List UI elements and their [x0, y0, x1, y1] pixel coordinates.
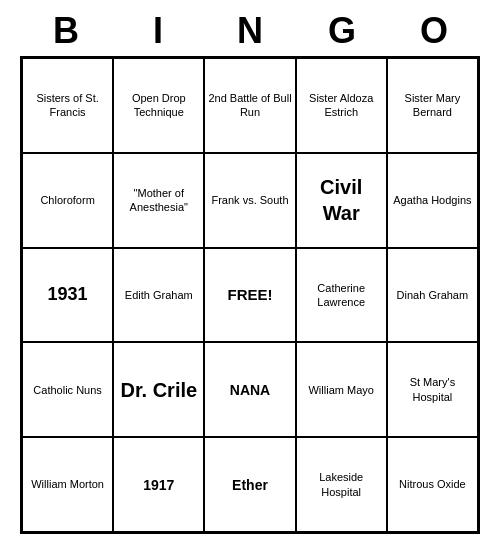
title-i: I [116, 10, 200, 52]
bingo-grid: Sisters of St. FrancisOpen Drop Techniqu… [20, 56, 480, 534]
bingo-cell-24: Nitrous Oxide [387, 437, 478, 532]
bingo-cell-4: Sister Mary Bernard [387, 58, 478, 153]
bingo-cell-19: St Mary's Hospital [387, 342, 478, 437]
bingo-title: B I N G O [20, 10, 480, 52]
bingo-cell-3: Sister Aldoza Estrich [296, 58, 387, 153]
bingo-cell-6: "Mother of Anesthesia" [113, 153, 204, 248]
bingo-cell-22: Ether [204, 437, 295, 532]
bingo-cell-2: 2nd Battle of Bull Run [204, 58, 295, 153]
title-o: O [392, 10, 476, 52]
bingo-cell-17: NANA [204, 342, 295, 437]
bingo-cell-7: Frank vs. South [204, 153, 295, 248]
bingo-cell-23: Lakeside Hospital [296, 437, 387, 532]
bingo-cell-1: Open Drop Technique [113, 58, 204, 153]
bingo-cell-18: William Mayo [296, 342, 387, 437]
bingo-cell-21: 1917 [113, 437, 204, 532]
title-n: N [208, 10, 292, 52]
bingo-cell-11: Edith Graham [113, 248, 204, 343]
bingo-cell-16: Dr. Crile [113, 342, 204, 437]
bingo-cell-10: 1931 [22, 248, 113, 343]
bingo-cell-0: Sisters of St. Francis [22, 58, 113, 153]
bingo-cell-14: Dinah Graham [387, 248, 478, 343]
title-b: B [24, 10, 108, 52]
bingo-cell-12: FREE! [204, 248, 295, 343]
bingo-cell-8: Civil War [296, 153, 387, 248]
bingo-cell-5: Chloroform [22, 153, 113, 248]
bingo-cell-15: Catholic Nuns [22, 342, 113, 437]
bingo-cell-20: William Morton [22, 437, 113, 532]
bingo-cell-9: Agatha Hodgins [387, 153, 478, 248]
bingo-cell-13: Catherine Lawrence [296, 248, 387, 343]
title-g: G [300, 10, 384, 52]
